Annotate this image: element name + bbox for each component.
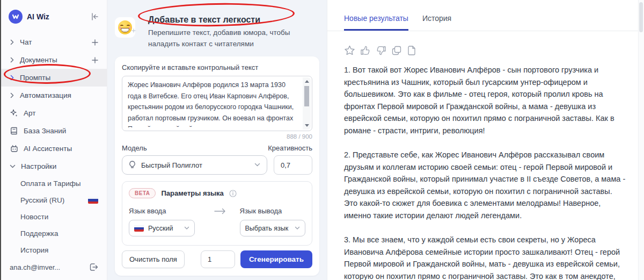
sidebar-item-news[interactable]: Новости	[1, 209, 107, 225]
lightbulb-icon	[129, 161, 136, 169]
language-params-title: Параметры языка	[161, 189, 223, 197]
prompt-emoji-icon	[115, 17, 135, 38]
sidebar-nav: Чат Документы Промпты Автоматизация Арт …	[1, 29, 107, 260]
prompt-form-card: Скопируйте и вставьте контрольный текст …	[115, 56, 319, 276]
tab-new-results[interactable]: Новые результаты	[344, 14, 408, 31]
scrollbar-thumb[interactable]	[639, 2, 643, 32]
generation-count-input[interactable]	[201, 250, 235, 268]
app-title: AI Wiz	[27, 12, 91, 21]
scroll-up-icon[interactable]	[305, 80, 309, 83]
logout-icon[interactable]	[89, 263, 98, 271]
account-row: ana.ch@imver...	[1, 260, 107, 280]
chevron-right-icon	[10, 75, 14, 81]
result-actions	[344, 45, 626, 56]
sidebar-item-label: Промпты	[20, 74, 98, 82]
result-paragraph-2: 2. Представьте себе, как Жорес Иванович …	[344, 149, 626, 221]
chevron-right-icon	[10, 57, 14, 63]
chevron-down-icon	[184, 226, 189, 230]
creativity-label: Креативность	[268, 144, 312, 152]
results-scrollbar[interactable]	[638, 0, 644, 280]
chevron-down-icon	[295, 226, 300, 230]
chevron-down-icon	[254, 163, 260, 167]
tab-history[interactable]: История	[422, 14, 451, 31]
russian-flag-icon	[134, 225, 144, 232]
input-language-value: Русский	[148, 225, 180, 232]
russian-flag-icon	[88, 197, 98, 204]
scroll-down-icon[interactable]	[305, 124, 309, 127]
sidebar-item-label: Настройки	[21, 162, 98, 170]
chevron-right-icon	[10, 39, 14, 45]
output-language-select[interactable]: Выбрать язык	[240, 220, 306, 236]
sidebar-item-documents[interactable]: Документы	[1, 51, 107, 69]
chevron-right-icon	[10, 92, 14, 98]
prompt-description: Перепишите текст, добавив юмора, чтобы н…	[141, 27, 302, 49]
sidebar-item-label: Поддержка	[20, 229, 98, 238]
sidebar-item-language[interactable]: Русский (RU)	[1, 192, 107, 209]
result-paragraph-3: 3. Мы все знаем, что у каждой семьи есть…	[344, 234, 626, 280]
sidebar-item-billing[interactable]: Оплата и Тарифы	[1, 175, 107, 192]
add-document-icon[interactable]	[92, 57, 98, 63]
sidebar: AI Wiz Чат Документы Промпты Автоматизац…	[1, 0, 107, 280]
control-text-input[interactable]: Жорес Иванович Алфёров родился 13 марта …	[122, 76, 312, 131]
sidebar-item-ai-assistants[interactable]: AI Ассистенты	[1, 140, 107, 157]
result-paragraph-1: 1. Вот такой вот Жорес Иванович Алфёров …	[344, 64, 626, 137]
sidebar-item-prompts[interactable]: Промпты	[1, 69, 107, 87]
sidebar-item-label: История	[20, 246, 98, 254]
sidebar-item-history[interactable]: История	[1, 242, 107, 259]
sidebar-item-label: Русский (RU)	[20, 196, 88, 204]
prompt-header: Добавьте в текст легкости Перепишите тек…	[115, 0, 319, 49]
control-text-label: Скопируйте и вставьте контрольный текст	[122, 63, 312, 71]
sidebar-item-label: Оплата и Тарифы	[20, 180, 98, 188]
model-select[interactable]: Быстрый Полиглот	[122, 155, 267, 175]
sidebar-item-label: Чат	[20, 38, 86, 46]
star-icon[interactable]	[344, 45, 355, 56]
sidebar-item-label: База Знаний	[24, 127, 98, 135]
prompt-panel: Добавьте в текст легкости Перепишите тек…	[107, 0, 327, 280]
sidebar-item-label: AI Ассистенты	[24, 145, 98, 153]
textarea-scrollbar[interactable]	[303, 77, 311, 130]
scrollbar-thumb[interactable]	[304, 86, 309, 106]
sidebar-header: AI Wiz	[1, 0, 107, 29]
sparkle-icon	[131, 26, 136, 35]
sidebar-item-support[interactable]: Поддержка	[1, 225, 107, 242]
clear-fields-button[interactable]: Очистить поля	[122, 250, 185, 268]
output-language-value: Выбрать язык	[245, 225, 291, 232]
model-label: Модель	[122, 144, 147, 152]
input-language-select[interactable]: Русский	[129, 220, 195, 236]
robot-icon	[10, 145, 18, 153]
account-email: ana.ch@imver...	[10, 263, 89, 271]
generate-button[interactable]: Сгенерировать	[240, 250, 312, 268]
sparkles-icon	[10, 109, 18, 117]
sidebar-item-art[interactable]: Арт	[1, 104, 107, 122]
sidebar-item-label: Новости	[20, 213, 98, 221]
language-params-card: BETA Параметры языка Язык ввода Русский …	[122, 181, 312, 246]
results-panel: Новые результаты История 1. Вот такой во…	[327, 0, 644, 280]
thumbs-up-icon[interactable]	[360, 45, 371, 56]
model-value: Быстрый Полиглот	[141, 161, 249, 169]
copy-icon[interactable]	[391, 45, 402, 56]
sidebar-item-chat[interactable]: Чат	[1, 33, 107, 51]
add-chat-icon[interactable]	[92, 39, 98, 46]
sidebar-item-settings[interactable]: Настройки	[1, 157, 107, 175]
creativity-input[interactable]	[274, 155, 312, 175]
control-text-value: Жорес Иванович Алфёров родился 13 марта …	[128, 80, 300, 127]
beta-badge: BETA	[129, 188, 156, 198]
char-counter: 888 / 900	[122, 133, 312, 140]
info-icon[interactable]	[229, 190, 237, 197]
chevron-down-icon	[10, 164, 16, 169]
results-content: 1. Вот такой вот Жорес Иванович Алфёров …	[327, 31, 644, 280]
sidebar-collapse-icon[interactable]	[91, 13, 99, 20]
results-tabbar: Новые результаты История	[327, 0, 644, 31]
arrow-right-icon	[214, 208, 226, 214]
app-logo	[9, 10, 23, 24]
output-language-label: Язык вывода	[240, 207, 306, 215]
sidebar-item-label: Арт	[24, 109, 98, 117]
sidebar-item-label: Автоматизация	[20, 91, 98, 99]
sidebar-item-label: Документы	[20, 56, 86, 64]
prompt-title: Добавьте в текст легкости	[141, 12, 302, 27]
thumbs-down-icon[interactable]	[376, 45, 386, 56]
sidebar-item-knowledge-base[interactable]: База Знаний	[1, 122, 107, 140]
document-icon[interactable]	[407, 45, 416, 56]
sidebar-item-automation[interactable]: Автоматизация	[1, 87, 107, 104]
input-language-label: Язык ввода	[129, 207, 195, 215]
